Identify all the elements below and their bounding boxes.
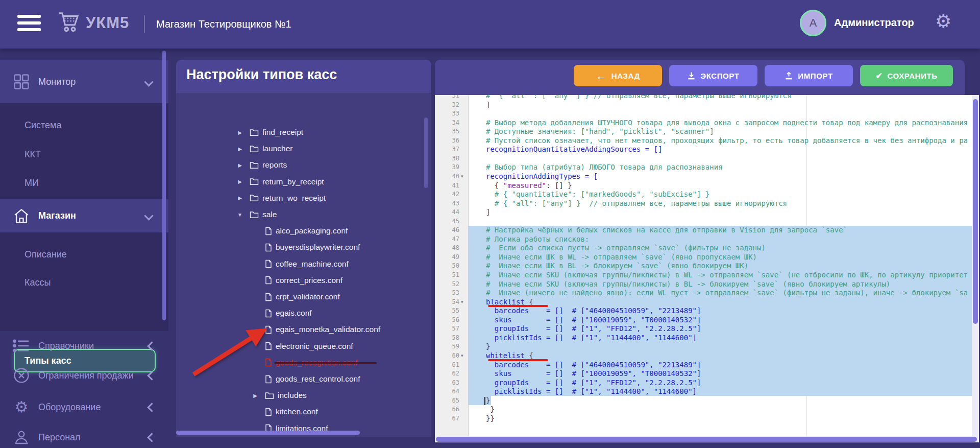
import-button[interactable]: ИМПОРТ (765, 65, 853, 86)
fold-marker-icon[interactable]: ▾ (461, 298, 468, 307)
header-divider (144, 15, 145, 33)
code-editor[interactable]: 31# { "all" : [ "any" ] } // отправляем … (435, 95, 979, 436)
sidebar-item-kkt[interactable]: ККТ (0, 144, 168, 164)
code-line-56[interactable]: 56 skus = [] # ["100019059", "T000014053… (435, 316, 979, 325)
sidebar-item-monitor[interactable]: Монитор (0, 60, 168, 103)
tree-item-crpt_validator-conf[interactable]: crpt_validator.conf (252, 289, 340, 305)
code-line-61[interactable]: 61 barcodes = [] # ["4640004510059", "22… (435, 361, 979, 370)
code-line-47[interactable]: 47# Логика работы списков: (435, 235, 979, 244)
chevron-left-icon (147, 341, 156, 350)
panel-header: Настройки типов касс (176, 60, 431, 93)
tree-item-reports[interactable]: ▶reports (236, 157, 287, 173)
tree-item-return_by_receipt[interactable]: ▶return_by_receipt (236, 174, 324, 190)
code-line-42[interactable]: 42 # { "quantitative": ["markedGoods", "… (435, 190, 979, 199)
fold-marker-icon[interactable]: ▾ (461, 351, 468, 361)
code-line-39[interactable]: 39# Выбор типа (атрибута) ЛЮБОГО товара … (435, 163, 979, 172)
code-line-31[interactable]: 31# { "all" : [ "any" ] } // отправляем … (435, 95, 979, 101)
chevron-collapsed-icon[interactable]: ▶ (236, 195, 243, 201)
sidebar-item-directories[interactable]: Справочники (0, 335, 168, 357)
code-line-41[interactable]: 41 { "measured": [] } (435, 181, 979, 191)
fold-marker-icon[interactable]: ▾ (461, 172, 468, 181)
code-line-48[interactable]: 48# Если оба списка пусты -> отправляем … (435, 244, 979, 253)
code-line-37[interactable]: 37recognitionQuantitativeAddingSources =… (435, 145, 979, 154)
line-number: 46 (435, 226, 459, 235)
code-line-52[interactable]: 52# Иначе если SKU (включая группы/пикли… (435, 280, 979, 289)
export-button[interactable]: ЭКСПОРТ (669, 65, 757, 86)
code-line-50[interactable]: 50# Иначе если ШК в BL -> блокируем `sav… (435, 262, 979, 271)
code-line-34[interactable]: 34# Выбор метода добавления ШТУЧНОГО тов… (435, 119, 979, 128)
chevron-collapsed-icon[interactable]: ▶ (236, 130, 243, 135)
app-window: УКМ5 Магазин Тестировщиков №1 А Админист… (0, 0, 980, 448)
tree-item-alco_packaging-conf[interactable]: alco_packaging.conf (252, 223, 348, 239)
code-line-57[interactable]: 57 groupIds = [] # ["1", "FFD12", "2.2.2… (435, 324, 979, 334)
chevron-collapsed-icon[interactable]: ▶ (236, 146, 243, 152)
sidebar-item-store[interactable]: Магазин (0, 199, 168, 232)
file-icon (265, 342, 272, 350)
line-number: 64 (435, 387, 459, 396)
line-number: 42 (435, 190, 459, 199)
tree-item-goods_rest_control-conf[interactable]: goods_rest_control.conf (252, 371, 360, 387)
code-line-64[interactable]: 64 picklistIds = [] # ["1", "1144400", "… (435, 387, 979, 396)
code-line-40[interactable]: 40▾recognitionAddingTypes = [ (435, 172, 979, 181)
sidebar-item-personnel[interactable]: Персонал (0, 427, 168, 448)
tree-item-egais-conf[interactable]: egais.conf (252, 305, 312, 321)
code-line-36[interactable]: 36# Пустой список означает, что нет мето… (435, 136, 979, 146)
tree-item-launcher[interactable]: ▶launcher (236, 140, 292, 157)
code-line-65[interactable]: 65} (435, 396, 979, 406)
line-number: 53 (435, 289, 459, 298)
tree-item-return_wo_receipt[interactable]: ▶return_wo_receipt (236, 190, 326, 206)
sidebar-item-equipment[interactable]: ⚙Оборудование (0, 396, 168, 418)
sidebar-item-mi[interactable]: МИ (0, 173, 168, 193)
hamburger-menu-icon[interactable] (17, 15, 41, 33)
code-line-58[interactable]: 58 picklistIds = [] # ["1", "1144400", "… (435, 334, 979, 343)
avatar[interactable]: А (800, 10, 826, 36)
code-line-62[interactable]: 62 skus = [] # ["100019059", "T000014053… (435, 369, 979, 379)
back-button[interactable]: ←НАЗАД (574, 65, 662, 86)
code-line-66[interactable]: 66 } (435, 405, 979, 414)
line-number: 52 (435, 280, 459, 289)
file-icon (265, 227, 272, 235)
code-line-32[interactable]: 32] (435, 101, 979, 110)
code-line-63[interactable]: 63 groupIds = [] # ["1", "FFD12", "2.2.2… (435, 379, 979, 388)
chevron-collapsed-icon[interactable]: ▶ (236, 179, 243, 184)
gear-icon[interactable]: ⚙ (935, 12, 951, 31)
code-line-43[interactable]: 43 # { "all": ["any"] } // отправляем вс… (435, 199, 979, 208)
tree-item-electronic_queue-conf[interactable]: electronic_queue.conf (252, 338, 353, 355)
sidebar-item-system[interactable]: Система (0, 115, 168, 135)
tree-item-correct_prices-conf[interactable]: correct_prices.conf (252, 272, 342, 289)
tree-item-find_receipt[interactable]: ▶find_receipt (236, 124, 303, 140)
tree-item-egais_monetka_validator-conf[interactable]: egais_monetka_validator.conf (252, 321, 380, 338)
tree-item-sale[interactable]: ▼sale (236, 206, 277, 223)
sidebar-scrollbar[interactable] (162, 51, 166, 320)
chevron-collapsed-icon[interactable]: ▶ (236, 162, 243, 168)
code-line-53[interactable]: 53# Иначе (ничего не найдено явно): если… (435, 289, 979, 298)
code-line-67[interactable]: 67}} (435, 414, 979, 423)
tree-item-kitchen-conf[interactable]: kitchen.conf (252, 404, 318, 420)
tree-horizontal-scrollbar[interactable] (176, 431, 360, 435)
chevron-collapsed-icon[interactable]: ▶ (252, 393, 259, 398)
code-line-44[interactable]: 44] (435, 208, 979, 217)
tree-item-coffee_machine-conf[interactable]: coffee_machine.conf (252, 256, 349, 272)
code-line-45[interactable]: 45 (435, 217, 979, 226)
sidebar-item-registers[interactable]: Кассы (0, 272, 168, 293)
sidebar-item-sale-limits[interactable]: Ограничения продажи (0, 364, 168, 387)
file-icon (265, 243, 272, 252)
editor-horizontal-scrollbar[interactable] (435, 436, 979, 442)
chevron-expanded-icon[interactable]: ▼ (236, 212, 243, 218)
save-button[interactable]: ✔СОХРАНИТЬ (860, 65, 953, 86)
editor-vertical-scrollbar[interactable] (972, 95, 979, 436)
tree-item-buyersdisplaywriter-conf[interactable]: buyersdisplaywriter.conf (252, 239, 360, 255)
code-line-59[interactable]: 59} (435, 342, 979, 351)
code-line-33[interactable]: 33 (435, 109, 979, 119)
code-line-35[interactable]: 35# Доступные значения: ["hand", "pickli… (435, 127, 979, 136)
tree-item-includes[interactable]: ▶includes (252, 387, 307, 404)
code-line-55[interactable]: 55 barcodes = [] # ["4640004510059", "22… (435, 306, 979, 316)
user-name[interactable]: Администратор (834, 17, 914, 29)
code-line-49[interactable]: 49# Иначе если ШК в WL -> отправляем `sa… (435, 253, 979, 262)
code-line-38[interactable]: 38 (435, 154, 979, 163)
tree-vertical-scrollbar[interactable] (424, 117, 428, 188)
sidebar-item-description[interactable]: Описание (0, 244, 168, 265)
code-line-51[interactable]: 51# Иначе если SKU (включая группы/пикли… (435, 271, 979, 280)
code-line-46[interactable]: 46# Настройка чёрных и белых списков на … (435, 226, 979, 235)
cog-icon: ⚙ (12, 399, 31, 415)
